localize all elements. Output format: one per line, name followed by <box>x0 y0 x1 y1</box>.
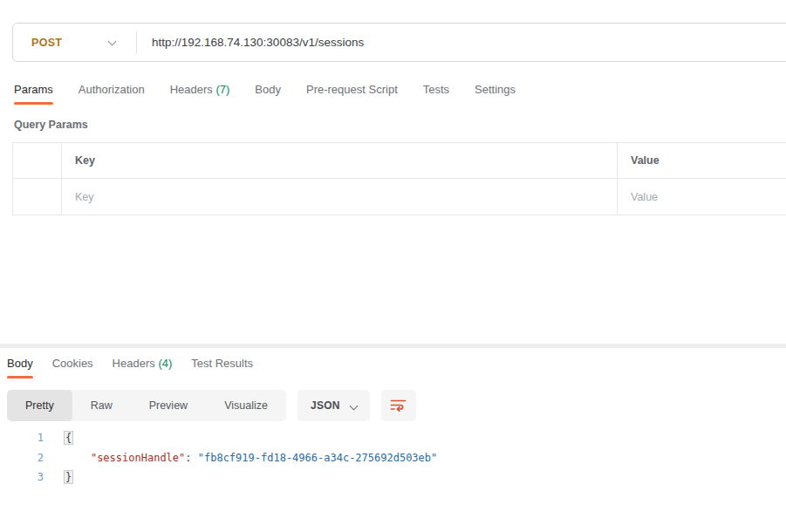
tab-label: Body <box>255 83 281 96</box>
tab-test-results[interactable]: Test Results <box>191 357 253 379</box>
line-number: 3 <box>0 467 44 488</box>
json-indent <box>65 452 91 464</box>
table-header-row: Key Value <box>13 143 786 179</box>
response-headers-count-badge: (4) <box>158 357 172 370</box>
value-column-header: Value <box>618 143 786 178</box>
view-mode-pretty[interactable]: Pretty <box>7 390 72 421</box>
tab-label: Body <box>7 357 33 370</box>
tab-label: Params <box>14 83 53 96</box>
view-mode-preview[interactable]: Preview <box>131 390 206 421</box>
tab-body[interactable]: Body <box>255 83 281 105</box>
tab-pre-request-script[interactable]: Pre-request Script <box>306 83 398 105</box>
method-label: POST <box>31 37 62 49</box>
json-separator: : <box>185 452 197 464</box>
json-value-session-handle: "fb8cf919-fd18-4966-a34c-275692d503eb" <box>198 452 438 464</box>
tab-authorization[interactable]: Authorization <box>79 83 145 105</box>
format-select[interactable]: JSON <box>297 390 370 421</box>
tab-response-body[interactable]: Body <box>7 357 33 379</box>
code-line: 2 "sessionHandle": "fb8cf919-fd18-4966-a… <box>0 448 786 468</box>
tab-label: Test Results <box>191 357 253 370</box>
code-line: 1 { <box>0 428 786 448</box>
method-select[interactable]: POST <box>13 24 136 61</box>
tab-label: Cookies <box>52 357 93 370</box>
line-number: 1 <box>0 428 44 448</box>
tab-label: Tests <box>423 83 449 96</box>
tab-label: Authorization <box>79 83 145 96</box>
pane-resize-handle[interactable] <box>0 344 786 348</box>
line-number: 2 <box>0 448 44 468</box>
row-checkbox-cell[interactable] <box>13 179 62 215</box>
tab-label: Headers <box>170 83 213 96</box>
response-view-bar: Pretty Raw Preview Visualize JSON <box>7 390 416 421</box>
active-tab-underline <box>7 376 33 379</box>
view-mode-segmented-control: Pretty Raw Preview Visualize <box>7 390 286 421</box>
tab-settings[interactable]: Settings <box>475 83 516 105</box>
format-label: JSON <box>311 399 340 412</box>
headers-count-badge: (7) <box>215 83 229 96</box>
view-mode-raw[interactable]: Raw <box>72 390 131 421</box>
tab-label: Settings <box>475 83 516 96</box>
query-params-table: Key Value Key Value <box>12 142 786 215</box>
json-key: "sessionHandle" <box>91 452 185 464</box>
open-brace[interactable]: { <box>64 431 73 445</box>
tab-label: Pre-request Script <box>306 83 398 96</box>
api-client-window: POST http://192.168.74.130:30083/v1/sess… <box>0 0 786 532</box>
response-body-viewer[interactable]: 1 { 2 "sessionHandle": "fb8cf919-fd18-49… <box>0 428 786 488</box>
url-input[interactable]: http://192.168.74.130:30083/v1/sessions <box>137 36 364 49</box>
wrap-text-button[interactable] <box>381 390 416 421</box>
query-params-title: Query Params <box>14 119 88 131</box>
tab-tests[interactable]: Tests <box>423 83 449 105</box>
tab-label: Headers <box>113 357 155 370</box>
request-url-bar: POST http://192.168.74.130:30083/v1/sess… <box>12 23 786 62</box>
chevron-down-icon <box>349 401 358 410</box>
code-line: 3 } <box>0 467 786 488</box>
chevron-down-icon <box>108 37 117 45</box>
table-row: Key Value <box>13 179 786 215</box>
active-tab-underline <box>14 102 53 105</box>
tab-headers[interactable]: Headers (7) <box>170 83 230 105</box>
tab-response-headers[interactable]: Headers (4) <box>113 357 173 379</box>
request-tabs: Params Authorization Headers (7) Body Pr… <box>14 83 516 105</box>
tab-params[interactable]: Params <box>14 83 53 105</box>
response-tabs: Body Cookies Headers (4) Test Results <box>7 357 253 379</box>
tab-cookies[interactable]: Cookies <box>52 357 93 379</box>
text-wrap-icon <box>390 398 407 414</box>
checkbox-column-header <box>13 143 62 178</box>
key-input[interactable]: Key <box>62 179 618 215</box>
key-column-header: Key <box>62 143 618 178</box>
view-mode-visualize[interactable]: Visualize <box>206 390 286 421</box>
close-brace[interactable]: } <box>64 470 73 484</box>
value-input[interactable]: Value <box>618 179 786 215</box>
